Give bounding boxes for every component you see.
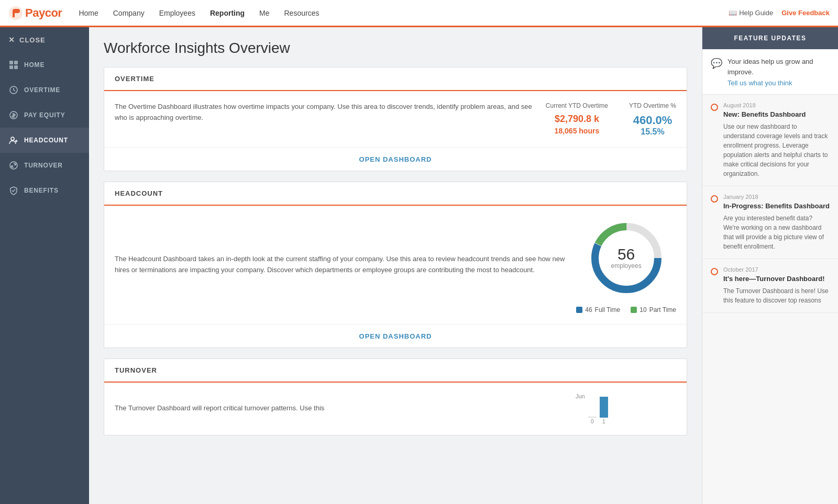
update-content-2: October 2017 It's here—Turnover Dashboar… (723, 266, 830, 305)
nav-employees[interactable]: Employees (159, 7, 195, 19)
close-label: CLOSE (19, 36, 46, 44)
svg-rect-1 (9, 61, 13, 64)
overtime-stats: Current YTD Overtime $2,790.8 k 18,065 h… (546, 102, 676, 137)
headcount-description: The Headcount Dashboard takes an in-dept… (115, 254, 566, 276)
donut-number: 56 (611, 247, 642, 262)
refresh-icon (8, 160, 19, 171)
feature-tip: 💬 Your ideas help us grow and improve. T… (702, 49, 838, 95)
overtime-card: OVERTIME The Overtime Dashboard illustra… (104, 67, 687, 171)
nav-home[interactable]: Home (79, 7, 98, 19)
nav-company[interactable]: Company (113, 7, 145, 19)
overtime-card-body: The Overtime Dashboard illustrates how o… (104, 91, 687, 147)
sidebar-benefits-label: BENEFITS (24, 187, 59, 194)
feature-tip-content: Your ideas help us grow and improve. Tel… (727, 57, 830, 87)
part-time-label: Part Time (649, 306, 676, 313)
update-dot-1 (711, 195, 718, 203)
close-icon: ✕ (8, 36, 15, 44)
part-time-count: 10 (639, 306, 646, 313)
logo-text: Paycor (25, 6, 62, 20)
main-content: Workforce Insights Overview OVERTIME The… (89, 27, 702, 504)
svg-rect-4 (14, 65, 18, 69)
help-guide-label: Help Guide (739, 9, 773, 17)
update-content-1: January 2018 In-Progress: Benefits Dashb… (723, 194, 830, 251)
stat1-hours: 18,065 hours (546, 127, 608, 135)
svg-point-8 (10, 162, 17, 169)
turnover-description: The Turnover Dashboard will report criti… (115, 403, 561, 414)
headcount-card-header: HEADCOUNT (104, 182, 687, 206)
overtime-open-dashboard-link[interactable]: OPEN DASHBOARD (359, 155, 432, 163)
nav-me[interactable]: Me (259, 7, 269, 19)
full-time-dot (576, 307, 582, 313)
donut-label: employees (611, 262, 642, 270)
sidebar-item-pay-equity[interactable]: PAY EQUITY (0, 103, 89, 128)
headcount-card-body: The Headcount Dashboard takes an in-dept… (104, 206, 687, 324)
headcount-open-dashboard-link[interactable]: OPEN DASHBOARD (359, 332, 432, 340)
svg-rect-2 (14, 61, 18, 64)
give-feedback-button[interactable]: Give Feedback (781, 9, 830, 17)
sidebar-item-home[interactable]: HOME (0, 52, 89, 77)
stat1-label: Current YTD Overtime (546, 102, 608, 110)
feature-panel-header: FEATURE UPDATES (702, 27, 838, 49)
sidebar-item-overtime[interactable]: OVERTIME (0, 77, 89, 103)
top-nav: Home Company Employees Reporting Me Reso… (79, 7, 729, 19)
overtime-stat-pct: YTD Overtime % 460.0% 15.5% (629, 102, 676, 137)
feature-tip-link[interactable]: Tell us what you think (727, 79, 830, 87)
full-time-count: 46 (585, 306, 592, 313)
feature-update-2: October 2017 It's here—Turnover Dashboar… (702, 259, 838, 313)
chat-icon: 💬 (711, 58, 722, 87)
stat2-sub: 15.5% (629, 127, 676, 137)
help-guide-button[interactable]: 📖 Help Guide (729, 9, 773, 17)
sidebar-turnover-label: TURNOVER (24, 162, 63, 169)
update-desc-0: Use our new dashboard to understand cove… (723, 122, 830, 178)
nav-resources[interactable]: Resources (284, 7, 319, 19)
legend-part-time: 10 Part Time (631, 306, 676, 313)
sidebar-close-button[interactable]: ✕ CLOSE (0, 27, 89, 52)
headcount-card-footer: OPEN DASHBOARD (104, 324, 687, 348)
update-date-0: August 2018 (723, 102, 830, 108)
logo: Paycor (8, 6, 62, 20)
donut-chart: 56 employees (585, 216, 668, 300)
headcount-chart: 56 employees 46 Full Time 10 (576, 216, 676, 313)
turnover-card-header: TURNOVER (104, 359, 687, 383)
person-plus-icon (8, 135, 19, 145)
top-bar-right: 📖 Help Guide Give Feedback (729, 9, 830, 17)
part-time-dot (631, 307, 637, 313)
update-title-2: It's here—Turnover Dashboard! (723, 275, 830, 284)
turnover-card: TURNOVER The Turnover Dashboard will rep… (104, 359, 687, 435)
feature-tip-text: Your ideas help us grow and improve. (727, 58, 813, 76)
feature-update-0: August 2018 New: Benefits Dashboard Use … (702, 95, 838, 186)
sidebar-pay-equity-label: PAY EQUITY (24, 111, 65, 119)
nav-reporting[interactable]: Reporting (210, 7, 245, 19)
svg-point-7 (11, 137, 14, 140)
update-date-1: January 2018 (723, 194, 830, 200)
turnover-month-label: Jun (576, 393, 585, 399)
grid-icon (8, 60, 19, 70)
dollar-icon (8, 110, 19, 120)
sidebar-item-turnover[interactable]: TURNOVER (0, 153, 89, 178)
sidebar-headcount-label: HEADCOUNT (24, 137, 68, 144)
clock-icon (8, 85, 19, 95)
update-desc-2: The Turnover Dashboard is here! Use this… (723, 286, 830, 305)
sidebar: ✕ CLOSE HOME OVERTIME (0, 27, 89, 504)
shield-icon (8, 185, 19, 196)
book-icon: 📖 (729, 9, 737, 17)
turnover-chart: Jun 0 1 (571, 393, 676, 424)
stat2-percent: 460.0% (629, 114, 676, 127)
update-desc-1: Are you interested benefit data? We're w… (723, 214, 830, 251)
stat1-value: $2,790.8 k (546, 114, 608, 125)
update-content-0: August 2018 New: Benefits Dashboard Use … (723, 102, 830, 178)
overtime-stat-ytd: Current YTD Overtime $2,790.8 k 18,065 h… (546, 102, 608, 137)
sidebar-item-benefits[interactable]: BENEFITS (0, 178, 89, 203)
legend-full-time: 46 Full Time (576, 306, 620, 313)
update-date-2: October 2017 (723, 266, 830, 273)
headcount-card: HEADCOUNT The Headcount Dashboard takes … (104, 182, 687, 348)
chart-legend: 46 Full Time 10 Part Time (576, 306, 676, 313)
svg-rect-3 (9, 65, 13, 69)
overtime-description: The Overtime Dashboard illustrates how o… (115, 102, 535, 124)
update-title-0: New: Benefits Dashboard (723, 110, 830, 119)
top-bar: Paycor Home Company Employees Reporting … (0, 0, 838, 27)
sidebar-home-label: HOME (24, 61, 45, 69)
sidebar-item-headcount[interactable]: HEADCOUNT (0, 128, 89, 153)
page-title: Workforce Insights Overview (104, 40, 687, 57)
overtime-card-footer: OPEN DASHBOARD (104, 147, 687, 171)
